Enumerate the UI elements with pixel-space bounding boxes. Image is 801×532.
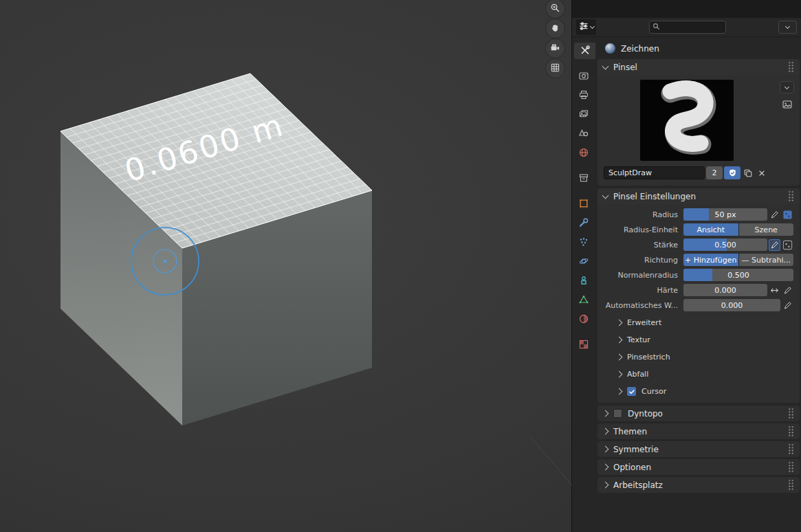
chevron-down-icon bbox=[785, 24, 790, 29]
chevron-collapsed-icon bbox=[616, 354, 623, 361]
duplicate-button[interactable] bbox=[742, 166, 754, 179]
hardness-slider[interactable]: 0.000 bbox=[683, 284, 767, 296]
brush-name-field[interactable] bbox=[604, 166, 705, 179]
normal-radius-slider[interactable]: 0.500 bbox=[683, 269, 793, 281]
topbar-spacer bbox=[572, 0, 801, 18]
3d-viewport[interactable]: 0.0600 m bbox=[0, 0, 572, 532]
tab-collection[interactable] bbox=[572, 170, 595, 187]
world-icon bbox=[578, 147, 589, 160]
direction-subtract[interactable]: — Subtrahi... bbox=[739, 254, 794, 266]
user-count-button[interactable]: 2 bbox=[706, 166, 723, 179]
subpanel-textur[interactable]: Textur bbox=[597, 331, 800, 348]
unlink-button[interactable] bbox=[756, 166, 768, 179]
subpanel-pinselstrich[interactable]: Pinselstrich bbox=[597, 348, 800, 366]
panel-drag-handle[interactable] bbox=[788, 408, 794, 419]
properties-editor-icon bbox=[578, 21, 589, 34]
tab-texture[interactable] bbox=[572, 337, 595, 353]
ortho-grid-button[interactable] bbox=[546, 59, 564, 78]
render-icon bbox=[578, 70, 589, 83]
panel-title: Pinsel Einstellungen bbox=[613, 192, 696, 201]
strength-texture-icon[interactable] bbox=[782, 239, 793, 251]
radius-unit-ansicht[interactable]: Ansicht bbox=[683, 223, 738, 236]
material-icon bbox=[578, 313, 589, 326]
panel-arbeitsplatz[interactable]: Arbeitsplatz bbox=[597, 477, 800, 493]
search-input[interactable] bbox=[663, 23, 723, 32]
tab-material[interactable] bbox=[572, 311, 595, 328]
panel-drag-handle[interactable] bbox=[788, 61, 794, 73]
radius-unit-szene[interactable]: Szene bbox=[739, 223, 794, 236]
brush-preview-image[interactable] bbox=[640, 80, 734, 161]
pressure-stylus-icon[interactable] bbox=[782, 285, 793, 296]
tab-modifiers[interactable] bbox=[572, 215, 595, 232]
panel-settings-header[interactable]: Pinsel Einstellungen bbox=[597, 188, 800, 204]
panel-drag-handle[interactable] bbox=[788, 479, 794, 491]
panel-dyntopo[interactable]: Dyntopo bbox=[597, 406, 800, 421]
radius-texture-icon[interactable] bbox=[782, 209, 793, 221]
physics-icon bbox=[578, 256, 589, 269]
panel-symmetrie[interactable]: Symmetrie bbox=[597, 441, 800, 457]
direction-segment: + Hinzufügen — Subtrahi... bbox=[683, 254, 793, 266]
brush-image-icon[interactable] bbox=[780, 98, 794, 111]
tab-tool[interactable] bbox=[574, 43, 595, 59]
radius-slider[interactable]: 50 px bbox=[683, 208, 767, 221]
row-label: Normalenradius bbox=[602, 271, 678, 280]
row-label: Radius-Einheit bbox=[602, 225, 678, 234]
pressure-stylus-icon[interactable] bbox=[769, 209, 780, 221]
properties-search[interactable] bbox=[649, 21, 726, 34]
strength-slider[interactable]: 0.500 bbox=[683, 239, 767, 251]
properties-tab-strip bbox=[572, 37, 595, 532]
printer-icon bbox=[578, 89, 589, 102]
panel-drag-handle[interactable] bbox=[788, 425, 794, 437]
tab-view-layer[interactable] bbox=[572, 107, 595, 123]
panel-drag-handle[interactable] bbox=[788, 461, 794, 473]
tab-scene[interactable] bbox=[572, 126, 595, 142]
panel-themen[interactable]: Themen bbox=[597, 423, 800, 439]
chevron-expanded-icon bbox=[602, 63, 609, 70]
tab-particles[interactable] bbox=[572, 234, 595, 251]
radius-unit-segment: Ansicht Szene bbox=[683, 223, 793, 236]
pressure-stylus-icon[interactable] bbox=[769, 239, 780, 251]
panel-pinsel-einstellungen: Pinsel Einstellungen Radius 50 px bbox=[597, 188, 800, 403]
options-dropdown[interactable] bbox=[778, 21, 797, 34]
camera-view-button[interactable] bbox=[546, 39, 564, 58]
object-icon bbox=[578, 198, 589, 211]
panel-optionen[interactable]: Optionen bbox=[597, 459, 800, 475]
tab-output[interactable] bbox=[572, 87, 595, 104]
tab-constraints[interactable] bbox=[572, 273, 595, 289]
radius-row: Radius 50 px bbox=[602, 208, 793, 221]
auto-smoothing-slider[interactable]: 0.000 bbox=[683, 299, 780, 311]
tab-object-data[interactable] bbox=[572, 292, 595, 309]
chevron-down-icon bbox=[784, 84, 789, 89]
tab-world[interactable] bbox=[572, 145, 595, 162]
brush-sphere-icon bbox=[605, 43, 615, 54]
tab-render[interactable] bbox=[572, 68, 595, 85]
subpanel-erweitert[interactable]: Erweitert bbox=[597, 314, 800, 331]
subpanel-abfall[interactable]: Abfall bbox=[597, 366, 800, 383]
row-label: Automatisches W... bbox=[602, 301, 678, 310]
panel-drag-handle[interactable] bbox=[788, 190, 794, 202]
normal-radius-row: Normalenradius 0.500 bbox=[602, 269, 793, 281]
pan-button[interactable] bbox=[546, 19, 564, 38]
dyntopo-checkbox[interactable] bbox=[613, 409, 622, 418]
chevron-collapsed-icon bbox=[602, 464, 609, 471]
subpanel-cursor[interactable]: Cursor bbox=[597, 383, 800, 400]
tab-object[interactable] bbox=[572, 196, 595, 212]
zoom-button[interactable] bbox=[546, 0, 564, 18]
cursor-checkbox[interactable] bbox=[627, 387, 636, 396]
mesh-data-icon bbox=[578, 294, 589, 307]
chevron-collapsed-icon bbox=[602, 428, 609, 435]
floor-grid-line bbox=[529, 436, 572, 485]
chevron-collapsed-icon bbox=[616, 388, 623, 395]
view-layer-icon bbox=[578, 109, 589, 122]
search-icon bbox=[652, 23, 660, 32]
direction-add[interactable]: + Hinzufügen bbox=[683, 254, 738, 266]
chevron-collapsed-icon bbox=[616, 337, 623, 344]
panel-pinsel-header[interactable]: Pinsel bbox=[597, 59, 800, 75]
tab-physics[interactable] bbox=[572, 254, 595, 270]
invert-extend-icon[interactable] bbox=[769, 285, 780, 296]
panel-drag-handle[interactable] bbox=[788, 443, 794, 455]
pressure-stylus-icon[interactable] bbox=[782, 300, 793, 311]
brush-selector-button[interactable] bbox=[780, 81, 794, 93]
editor-type-button[interactable] bbox=[576, 19, 596, 35]
fake-user-shield-toggle[interactable] bbox=[724, 166, 740, 179]
